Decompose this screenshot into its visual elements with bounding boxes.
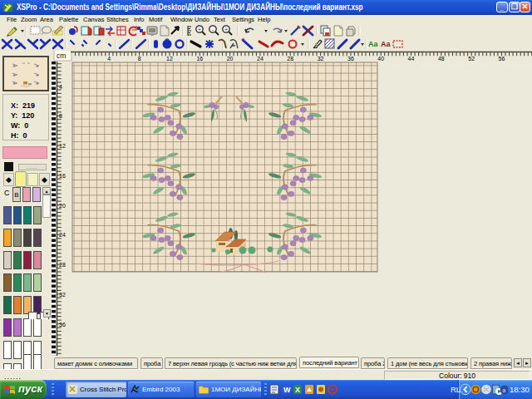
svg-text:+: + xyxy=(224,26,229,33)
svg-text:32: 32 xyxy=(59,292,66,298)
svg-text:4: 4 xyxy=(107,56,111,62)
svg-text:12: 12 xyxy=(59,143,66,149)
svg-text:20: 20 xyxy=(227,56,234,62)
svg-text:36: 36 xyxy=(347,56,354,62)
svg-text:cm: cm xyxy=(57,52,66,60)
svg-text:8: 8 xyxy=(138,56,141,62)
svg-text:X: X xyxy=(295,386,300,394)
svg-text:24: 24 xyxy=(59,232,66,238)
svg-text:16: 16 xyxy=(196,56,203,62)
svg-text:16: 16 xyxy=(59,173,66,179)
svg-text:20: 20 xyxy=(59,203,66,209)
svg-text:52: 52 xyxy=(468,56,475,62)
svg-text:12: 12 xyxy=(166,56,173,62)
svg-text:24: 24 xyxy=(257,56,264,62)
svg-text:Aa: Aa xyxy=(381,40,391,48)
svg-text:32: 32 xyxy=(318,56,324,62)
svg-text:4: 4 xyxy=(59,84,62,90)
svg-text:36: 36 xyxy=(59,322,66,328)
svg-text:28: 28 xyxy=(59,262,66,268)
svg-text:40: 40 xyxy=(377,56,384,62)
svg-text:48: 48 xyxy=(438,56,445,62)
svg-text:Aa: Aa xyxy=(368,40,378,48)
svg-text:44: 44 xyxy=(408,56,415,62)
svg-text:W: W xyxy=(283,386,291,394)
svg-text:+: + xyxy=(198,26,202,33)
svg-text:8: 8 xyxy=(59,113,62,119)
svg-text:56: 56 xyxy=(499,56,505,62)
svg-text:28: 28 xyxy=(287,56,293,62)
